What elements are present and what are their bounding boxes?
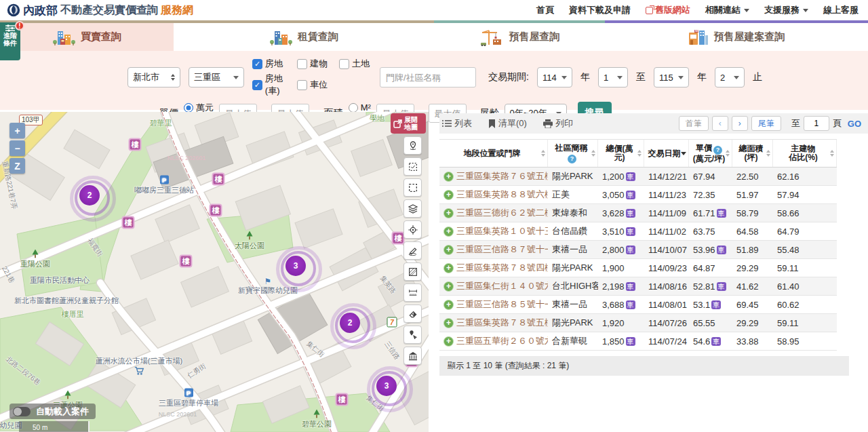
map[interactable]: 103甲 + − Z 展開地圖 碧華里樓厝里學地重陽公園太陽 xyxy=(0,112,429,432)
expand-row-icon[interactable]: + xyxy=(443,208,454,218)
nav-related-links[interactable]: 相關連結 xyxy=(705,4,749,16)
map-cluster-marker[interactable]: 2 xyxy=(340,313,360,333)
expand-row-icon[interactable]: + xyxy=(443,245,454,255)
nav-home[interactable]: 首頁 xyxy=(536,4,554,16)
page-number-input[interactable] xyxy=(804,116,829,131)
building-badge[interactable]: 樓 xyxy=(180,255,193,268)
nav-downloads[interactable]: 資料下載及申請 xyxy=(569,4,631,16)
address-link[interactable]: 三重區集英路７６號五樓 xyxy=(456,170,548,182)
address-link[interactable]: 三重區集仁街１４０號六樓 xyxy=(456,280,548,292)
tab-presale-query[interactable]: 預售屋查詢 xyxy=(434,20,605,51)
expand-row-icon[interactable]: + xyxy=(443,227,454,237)
address-link[interactable]: 三重區集英路７８號四樓 xyxy=(456,262,548,274)
list-view-button[interactable]: 列表 xyxy=(442,117,472,130)
zoom-extent-button[interactable]: Z xyxy=(9,158,25,174)
expand-row-icon[interactable]: + xyxy=(443,318,454,328)
column-header[interactable]: 總價(萬元) xyxy=(598,140,644,167)
table-row[interactable]: +三重區集英路７８號五樓i 陽光PARK 1,920車 114/07/26 65… xyxy=(439,314,837,332)
year-to-select[interactable]: 115 xyxy=(654,67,689,87)
table-row[interactable]: +三重區集仁街１４０號六樓i 台北HIGH客 2,198車 114/08/16 … xyxy=(439,277,837,296)
year-from-select[interactable]: 114 xyxy=(537,67,572,87)
expand-row-icon[interactable]: + xyxy=(443,172,454,182)
table-row[interactable]: +三重區集英路８８號六樓i 正美 3,050車 114/11/23 72.35車… xyxy=(439,186,837,204)
expand-row-icon[interactable]: + xyxy=(443,336,454,347)
advanced-filters-button[interactable]: 進階 條件 ! xyxy=(0,22,20,60)
map-cluster-marker[interactable]: 3 xyxy=(376,376,397,396)
table-row[interactable]: +三重區五華街２６０號六樓i 合新華硯 1,850車 114/07/24 54.… xyxy=(439,332,837,351)
go-button[interactable]: GO xyxy=(848,119,861,129)
map-tool-layers[interactable] xyxy=(403,199,422,218)
column-header[interactable]: 總面積(坪) xyxy=(732,140,773,167)
month-to-select[interactable]: 2 xyxy=(715,67,745,87)
nav-live-chat[interactable]: 線上客服 xyxy=(823,4,859,16)
building-badge[interactable]: 樓 xyxy=(210,204,222,217)
building-badge[interactable]: 樓 xyxy=(212,173,225,186)
building-badge[interactable]: 樓 xyxy=(129,138,142,151)
address-community-input[interactable] xyxy=(380,67,476,87)
building-badge[interactable]: 樓 xyxy=(336,393,349,406)
nav-support[interactable]: 支援服務 xyxy=(764,4,808,16)
table-row[interactable]: +三重區集英路７６號五樓i 陽光PARK 1,200車 114/12/21 67… xyxy=(439,168,837,186)
prev-page-button[interactable]: ‹ xyxy=(712,116,728,131)
radio-wan-yuan[interactable]: 萬元 xyxy=(184,103,214,113)
help-icon[interactable]: ? xyxy=(713,146,722,155)
column-header[interactable]: 地段位置或門牌 xyxy=(439,140,548,167)
address-link[interactable]: 三重區集英路７８號五樓 xyxy=(456,317,548,329)
map-tool-eraser[interactable] xyxy=(403,305,422,323)
saved-list-button[interactable]: 清單(0) xyxy=(488,117,527,130)
column-header[interactable]: 單價?(萬元/坪) xyxy=(689,140,732,167)
table-row[interactable]: +三重區三信路８５號十一樓i 東禧一品 3,688車 114/08/01 53.… xyxy=(439,296,837,314)
help-icon[interactable]: ? xyxy=(568,155,576,163)
checkbox-parking[interactable]: 車位 xyxy=(297,73,339,97)
last-page-button[interactable]: 尾筆 xyxy=(751,116,781,131)
map-tool-pick-point[interactable] xyxy=(403,326,422,344)
table-row[interactable]: +三重區集英路１０號十三樓i 台信晶鑽 3,510車 114/11/02 63.… xyxy=(439,222,837,241)
address-link[interactable]: 三重區五華街２６０號六樓 xyxy=(456,335,548,347)
map-tool-select-area[interactable] xyxy=(403,157,422,176)
column-header[interactable]: 交易日期 xyxy=(644,140,689,167)
checkbox-land-building[interactable]: 房地 xyxy=(252,58,297,70)
tab-rent-query[interactable]: 租賃查詢 xyxy=(174,20,434,51)
first-page-button[interactable]: 首筆 xyxy=(679,116,709,131)
building-badge[interactable]: 樓 xyxy=(392,232,405,245)
month-from-select[interactable]: 1 xyxy=(598,67,628,87)
checkbox-land-building-parking[interactable]: 房地(車) xyxy=(252,73,297,97)
expand-row-icon[interactable]: + xyxy=(443,263,454,273)
checkbox-land[interactable]: 土地 xyxy=(339,58,372,70)
tab-presale-project-query[interactable]: NEW 預售屋建案查詢 xyxy=(605,20,868,51)
district-select[interactable]: 三重區 xyxy=(189,67,244,87)
address-link[interactable]: 三重區三德街６２號二樓 xyxy=(456,207,548,219)
table-row[interactable]: +三重區集英路７８號四樓i 陽光PARK 1,900車 114/09/23 64… xyxy=(439,259,837,277)
zoom-in-button[interactable]: + xyxy=(9,123,25,138)
map-tool-pin[interactable] xyxy=(403,136,422,155)
map-tool-draw[interactable] xyxy=(403,241,422,260)
map-tool-select-rect[interactable] xyxy=(403,178,422,197)
column-header[interactable]: 主建物佔比(%) xyxy=(773,140,837,167)
expand-row-icon[interactable]: + xyxy=(443,190,454,200)
map-tool-locate[interactable] xyxy=(403,220,422,239)
map-cluster-marker[interactable]: 3 xyxy=(285,256,306,276)
city-select[interactable]: 新北市 xyxy=(127,67,180,87)
next-page-button[interactable]: › xyxy=(732,116,748,131)
tab-sale-query[interactable]: 買賣查詢 xyxy=(0,20,174,51)
map-tool-polygon[interactable] xyxy=(403,262,422,281)
column-header[interactable]: 社區簡稱? xyxy=(548,140,598,167)
address-link[interactable]: 三重區三信路８５號十一樓 xyxy=(456,298,548,311)
print-button[interactable]: 列印 xyxy=(543,117,573,130)
checkbox-building[interactable]: 建物 xyxy=(297,58,339,70)
address-link[interactable]: 三重區集英路１０號十三樓 xyxy=(456,225,548,237)
address-link[interactable]: 三重區三信路８７號十一樓 xyxy=(456,243,548,256)
table-row[interactable]: +三重區三信路８７號十一樓i 東禧一品 2,800車 114/10/07 53.… xyxy=(439,241,837,259)
map-tool-measure[interactable] xyxy=(403,283,422,302)
expand-row-icon[interactable]: + xyxy=(443,281,454,292)
auto-load-toggle[interactable]: 自動載入案件 xyxy=(9,404,96,419)
zoom-out-button[interactable]: − xyxy=(9,140,25,156)
table-row[interactable]: +三重區三德街６２號二樓i 東煒泰和 3,628車 114/11/09 61.7… xyxy=(439,204,837,222)
building-badge[interactable]: 樓 xyxy=(122,216,135,229)
expand-row-icon[interactable]: + xyxy=(443,300,454,310)
map-tool-landmark[interactable] xyxy=(403,347,422,365)
expand-map-button[interactable]: 展開地圖 xyxy=(391,113,426,134)
nav-old-site[interactable]: 舊版網站 xyxy=(646,4,690,16)
address-link[interactable]: 三重區集英路８８號六樓 xyxy=(456,189,548,201)
radio-square-meter[interactable]: M² xyxy=(349,103,371,113)
